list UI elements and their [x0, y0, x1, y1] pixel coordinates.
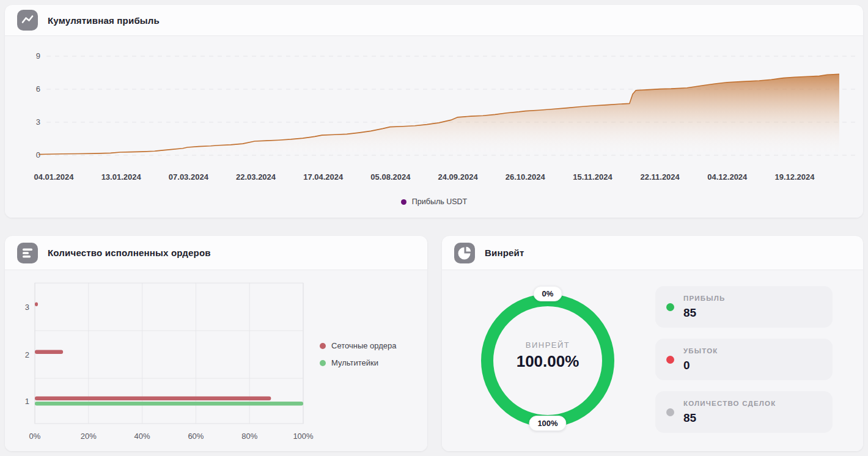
profit-area-fill: [39, 74, 839, 155]
profit-legend-label: Прибыль USDT: [412, 197, 467, 206]
axis-tick: 0%: [29, 432, 41, 441]
axis-tick: 2: [25, 350, 29, 359]
orders-legend-item-grid-orders[interactable]: Сеточные ордера: [320, 341, 397, 350]
axis-tick: 05.08.2024: [370, 172, 411, 182]
trades-count-stat-label: КОЛИЧЕСТВО СДЕЛОК: [683, 400, 776, 407]
stat-card-trades-count: КОЛИЧЕСТВО СДЕЛОК 85: [655, 391, 833, 433]
axis-tick: 3: [36, 117, 40, 127]
axis-tick: 13.01.2024: [101, 172, 142, 182]
winrate-top-badge: 0%: [534, 286, 562, 301]
winrate-panel: Винрейт ВИНРЕЙТ 100.00% 0% 100% ПРИБЫЛЬ …: [442, 236, 863, 451]
winrate-center-value: 100.00%: [517, 352, 579, 371]
axis-tick: 100%: [293, 432, 314, 441]
loss-stat-value: 0: [683, 359, 690, 372]
axis-tick: 3: [25, 303, 29, 312]
profit-legend-dot: [401, 199, 406, 205]
cumulative-profit-chart-area[interactable]: 963004.01.202413.01.202407.03.202422.03.…: [5, 36, 863, 218]
panel-title-winrate: Винрейт: [485, 248, 524, 258]
cumulative-profit-panel: Кумулятивная прибыль 963004.01.202413.01…: [5, 5, 863, 218]
axis-tick: 22.11.2024: [640, 172, 680, 182]
loss-status-dot: [666, 356, 674, 364]
profit-legend[interactable]: Прибыль USDT: [5, 197, 863, 206]
axis-tick: 04.12.2024: [707, 172, 748, 182]
orders-legend-item-multitakes[interactable]: Мультитейки: [320, 358, 397, 367]
cumulative-profit-header: Кумулятивная прибыль: [5, 5, 863, 36]
bar-chart-icon: [17, 243, 38, 263]
panel-title-cumulative-profit: Кумулятивная прибыль: [48, 15, 160, 26]
profit-stat-label: ПРИБЫЛЬ: [683, 295, 725, 302]
bar-Сеточные ордера: [35, 303, 38, 307]
orders-legend: Сеточные ордера Мультитейки: [320, 341, 397, 367]
stat-card-profit: ПРИБЫЛЬ 85: [655, 286, 833, 328]
pie-chart-icon: [454, 243, 475, 263]
orders-legend-dot-0: [320, 343, 326, 349]
bar-Мультитейки: [35, 402, 303, 406]
axis-tick: 04.01.2024: [34, 172, 74, 182]
axis-tick: 6: [36, 84, 40, 94]
axis-tick: 24.09.2024: [438, 172, 479, 182]
winrate-header: Винрейт: [442, 236, 863, 270]
trend-line-icon: [17, 10, 38, 31]
winrate-body: ВИНРЕЙТ 100.00% 0% 100% ПРИБЫЛЬ 85 УБЫТО…: [442, 270, 863, 451]
cumulative-profit-chart[interactable]: 963004.01.202413.01.202407.03.202422.03.…: [5, 36, 863, 218]
stat-card-loss: УБЫТОК 0: [655, 339, 833, 380]
executed-orders-panel: Количество исполненных ордеров 3210%20%4…: [5, 236, 427, 451]
trades-count-stat-value: 85: [683, 411, 696, 425]
trades-count-status-dot: [666, 408, 674, 416]
executed-orders-header: Количество исполненных ордеров: [5, 236, 427, 270]
winrate-donut-center: ВИНРЕЙТ 100.00%: [474, 287, 621, 434]
bar-Сеточные ордера: [35, 397, 271, 401]
axis-tick: 19.12.2024: [774, 172, 815, 182]
axis-tick: 20%: [81, 432, 97, 441]
profit-stat-value: 85: [683, 306, 696, 320]
axis-tick: 17.04.2024: [303, 172, 344, 182]
executed-orders-chart-area[interactable]: 3210%20%40%60%80%100% Сеточные ордера Му…: [5, 270, 427, 451]
orders-legend-dot-1: [320, 360, 326, 366]
orders-legend-label-1: Мультитейки: [331, 358, 378, 367]
winrate-center-label: ВИНРЕЙТ: [526, 340, 570, 350]
axis-tick: 80%: [241, 432, 257, 441]
axis-tick: 15.11.2024: [573, 172, 612, 182]
axis-tick: 07.03.2024: [169, 172, 209, 182]
axis-tick: 60%: [188, 432, 204, 441]
axis-tick: 22.03.2024: [236, 172, 276, 182]
axis-tick: 1: [25, 397, 29, 406]
bar-Сеточные ордера: [35, 350, 63, 355]
profit-status-dot: [666, 303, 674, 311]
orders-legend-label-0: Сеточные ордера: [331, 341, 397, 350]
winrate-bottom-badge: 100%: [529, 416, 566, 431]
axis-tick: 26.10.2024: [506, 172, 546, 182]
panel-title-executed-orders: Количество исполненных ордеров: [48, 248, 211, 258]
axis-tick: 40%: [134, 432, 150, 441]
loss-stat-label: УБЫТОК: [683, 347, 718, 355]
axis-tick: 9: [36, 51, 40, 61]
